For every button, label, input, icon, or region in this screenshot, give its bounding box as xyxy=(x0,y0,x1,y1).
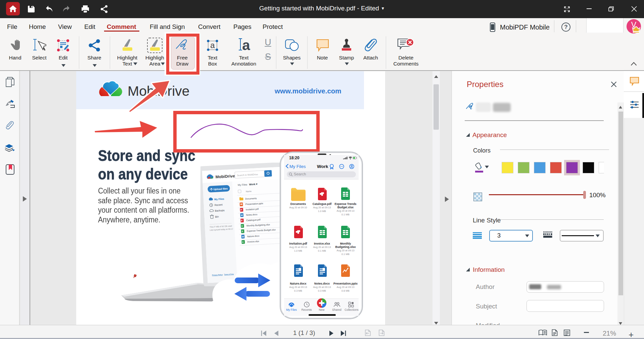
svg-text:a: a xyxy=(242,38,250,53)
svg-text:a: a xyxy=(210,41,215,50)
